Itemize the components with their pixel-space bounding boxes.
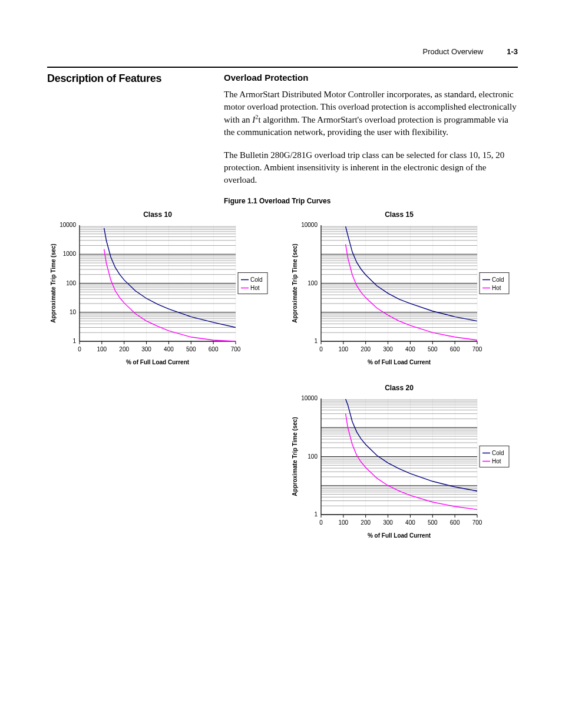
svg-text:Approximate Trip Time (sec): Approximate Trip Time (sec) [292, 243, 298, 322]
header-section: Product Overview [423, 47, 484, 56]
section-heading-left: Description of Features [47, 73, 212, 85]
svg-text:300: 300 [383, 519, 393, 526]
empty-cell [47, 382, 277, 543]
body-paragraph-1: The ArmorStart Distributed Motor Control… [224, 88, 518, 139]
svg-text:% of Full Load Current: % of Full Load Current [367, 359, 431, 365]
svg-text:Cold: Cold [492, 276, 504, 283]
svg-text:100: 100 [338, 519, 348, 526]
svg-text:700: 700 [472, 519, 482, 526]
svg-text:0: 0 [78, 346, 81, 353]
svg-text:400: 400 [405, 519, 415, 526]
svg-text:Class 20: Class 20 [385, 384, 414, 392]
svg-text:300: 300 [141, 346, 151, 353]
svg-text:1: 1 [72, 338, 76, 344]
svg-text:400: 400 [164, 346, 174, 353]
svg-text:% of Full Load Current: % of Full Load Current [126, 359, 190, 365]
svg-text:100: 100 [97, 346, 107, 353]
header-rule [47, 67, 518, 68]
svg-text:Class 15: Class 15 [385, 210, 414, 219]
svg-text:500: 500 [186, 346, 196, 353]
page-number: 1-3 [507, 47, 518, 56]
figure-caption: Figure 1.1 Overload Trip Curves [224, 197, 518, 205]
svg-text:0: 0 [319, 519, 323, 526]
body-paragraph-2: The Bulletin 280G/281G overload trip cla… [224, 149, 518, 186]
svg-text:200: 200 [361, 346, 371, 353]
svg-text:200: 200 [361, 519, 371, 526]
svg-text:10000: 10000 [301, 222, 318, 228]
svg-text:600: 600 [209, 346, 219, 353]
svg-text:600: 600 [449, 346, 459, 353]
svg-text:10000: 10000 [301, 395, 318, 401]
svg-text:Class 10: Class 10 [143, 210, 172, 219]
svg-text:500: 500 [427, 519, 437, 526]
svg-text:400: 400 [405, 346, 415, 353]
svg-text:700: 700 [472, 346, 482, 353]
chart-class-15: Class 150100200300400500600700110010000%… [289, 209, 518, 370]
svg-text:700: 700 [231, 346, 241, 353]
svg-text:Hot: Hot [492, 285, 501, 291]
svg-text:100: 100 [66, 280, 76, 286]
svg-text:10: 10 [70, 309, 77, 315]
svg-text:10000: 10000 [59, 222, 76, 228]
svg-text:1: 1 [314, 338, 318, 344]
svg-text:200: 200 [119, 346, 129, 353]
chart-class-20: Class 200100200300400500600700110010000%… [289, 382, 518, 543]
svg-text:100: 100 [308, 280, 318, 286]
svg-text:1000: 1000 [63, 251, 77, 257]
svg-text:Cold: Cold [492, 450, 504, 456]
svg-text:Cold: Cold [250, 276, 263, 283]
svg-text:1: 1 [314, 511, 318, 518]
svg-text:Hot: Hot [250, 285, 260, 291]
section-heading-right: Overload Protection [224, 73, 518, 83]
svg-text:0: 0 [319, 346, 323, 353]
svg-text:300: 300 [383, 346, 393, 353]
svg-text:Hot: Hot [492, 458, 501, 465]
svg-text:600: 600 [449, 519, 459, 526]
svg-text:% of Full Load Current: % of Full Load Current [367, 532, 431, 539]
svg-text:100: 100 [308, 453, 318, 460]
svg-text:Approximate Trip Time (sec): Approximate Trip Time (sec) [292, 417, 298, 496]
svg-text:Approximate Trip Time (sec): Approximate Trip Time (sec) [50, 243, 57, 322]
svg-text:100: 100 [338, 346, 348, 353]
chart-class-10: Class 1001002003004005006007001101001000… [47, 209, 277, 370]
svg-text:500: 500 [427, 346, 437, 353]
